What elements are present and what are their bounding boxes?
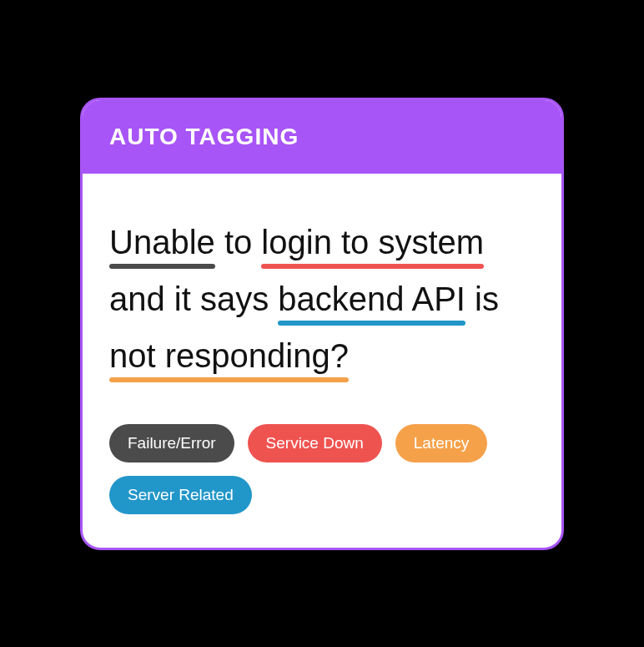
auto-tagging-card: AUTO TAGGING Unable to login to system a… <box>80 98 564 550</box>
highlight-orange: not responding? <box>109 337 349 374</box>
highlight-red: login to system <box>261 224 484 260</box>
card-body: Unable to login to system and it says ba… <box>83 174 561 548</box>
message-text: Unable to login to system and it says ba… <box>109 214 535 384</box>
highlight-blue: backend API <box>278 281 465 317</box>
tag-list: Failure/Error Service Down Latency Serve… <box>109 424 535 514</box>
tag-service-down[interactable]: Service Down <box>248 424 382 463</box>
highlight-dark: Unable <box>109 224 215 260</box>
card-title: AUTO TAGGING <box>109 124 535 150</box>
tag-failure-error[interactable]: Failure/Error <box>109 424 234 463</box>
card-header: AUTO TAGGING <box>83 100 561 174</box>
tag-latency[interactable]: Latency <box>395 424 488 463</box>
message-plain: is <box>465 281 499 317</box>
message-plain: to <box>215 224 262 260</box>
tag-server-related[interactable]: Server Related <box>109 476 252 514</box>
message-plain: and it says <box>109 281 278 317</box>
